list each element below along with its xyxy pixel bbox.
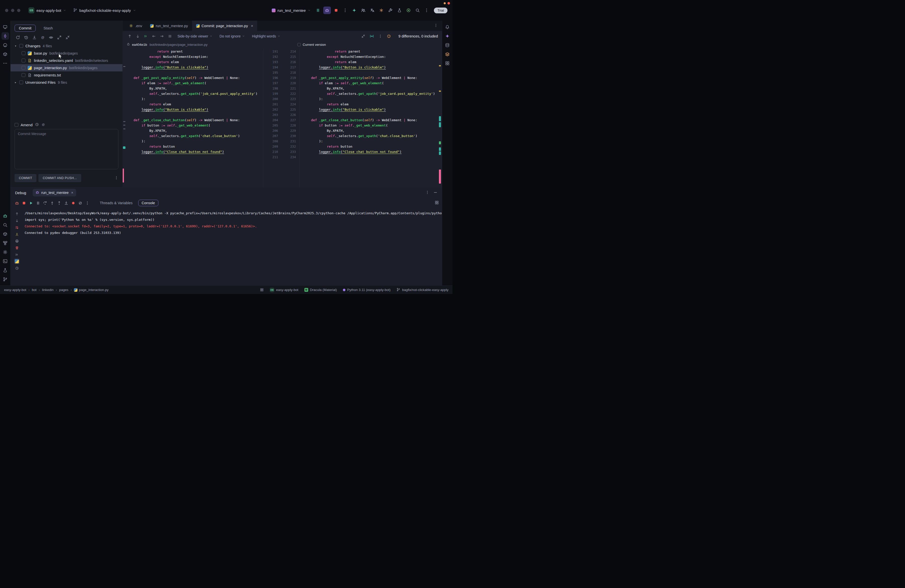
profiler-icon[interactable] [405,6,412,14]
status-project[interactable]: EB easy-apply-bot [270,288,298,292]
commit-and-push-button[interactable]: COMMIT AND PUSH... [38,174,81,182]
commit-history-icon[interactable] [35,122,39,127]
file-row-base-py[interactable]: base.py bot/linkedin/pages [11,49,122,57]
current-version-checkbox[interactable] [297,43,301,46]
file-checkbox[interactable] [22,59,25,62]
scrollbar-change-marker[interactable] [439,91,441,92]
commit-icon[interactable] [2,32,9,40]
pause-icon[interactable] [35,200,41,206]
ai-assistant-icon[interactable] [351,6,358,14]
tab-stash[interactable]: Stash [39,25,57,32]
services-tool-icon[interactable] [444,50,451,58]
debug-button[interactable] [323,6,331,14]
tab-commit-page-interaction[interactable]: Commit: page_interaction.py × [192,21,257,31]
previous-difference-icon[interactable] [151,33,157,39]
clear-all-icon[interactable] [14,245,20,251]
expand-all-icon[interactable] [57,35,62,40]
step-over-icon[interactable] [42,200,48,206]
file-row-requirements-txt[interactable]: requirements.txt [11,72,122,79]
commit-button[interactable]: COMMIT [14,174,37,182]
diff-settings-icon[interactable] [377,33,383,39]
print-icon[interactable] [14,238,20,244]
apply-non-conflicting-icon[interactable] [143,33,149,39]
find-icon[interactable] [2,221,9,229]
viewer-mode-dropdown[interactable]: Side-by-side viewer [178,34,213,38]
scrollbar-change-marker[interactable] [439,65,441,67]
status-branch[interactable]: bagfix/not-clickable-easy-apply [397,288,448,292]
commit-options-icon[interactable] [114,176,118,181]
diff-left-editor[interactable]: return parent except NoSuchElementExcept… [123,49,264,187]
changed-files-list-icon[interactable] [167,33,173,39]
project-selector[interactable]: EB easy-apply-bot [26,6,68,15]
current-version-toggle[interactable]: Current version [297,43,326,46]
pause-program-button[interactable] [314,6,322,14]
tab-commit[interactable]: Commit [14,25,36,32]
run-to-cursor-icon[interactable] [63,200,69,206]
mute-breakpoints-icon[interactable] [77,200,83,206]
soft-wrap-icon[interactable] [14,224,20,230]
rollback-icon[interactable] [24,35,29,40]
breadcrumb-item[interactable]: pages [59,288,68,292]
previous-change-icon[interactable] [127,33,133,39]
scrollbar-change-marker[interactable] [439,116,441,121]
zoom-window-button[interactable] [17,9,21,12]
python-console-icon[interactable] [14,259,20,264]
collapse-all-icon[interactable] [65,35,70,40]
project-icon[interactable] [2,23,9,31]
tab-list-icon[interactable] [434,23,442,28]
file-row-page-interaction-py[interactable]: page_interaction.py bot/linkedin/pages [11,64,122,72]
view-breakpoints-icon[interactable] [70,200,76,206]
python-packages-icon[interactable] [2,230,9,238]
ai-assistant-chat-icon[interactable] [444,32,451,40]
next-difference-icon[interactable] [159,33,165,39]
tools-menu-icon[interactable] [387,6,394,14]
minimize-window-button[interactable] [11,9,14,12]
tab-run-test-mentee[interactable]: run_test_mentee.py [146,21,192,31]
debug-icon[interactable] [2,212,9,219]
close-tab-icon[interactable]: × [251,24,253,28]
stop-icon[interactable] [21,200,27,206]
terminal-icon[interactable] [2,257,9,265]
stop-button[interactable] [332,6,340,14]
whitespace-dropdown[interactable]: Do not ignore [219,34,245,38]
dependencies-icon[interactable] [2,50,9,58]
scroll-to-end-icon[interactable] [14,231,20,237]
more-tool-windows-icon[interactable] [2,59,9,67]
version-control-icon[interactable] [2,275,9,283]
more-actions-icon[interactable] [423,6,430,14]
file-checkbox[interactable] [22,66,25,70]
settings-icon[interactable] [2,248,9,256]
more-run-options-icon[interactable] [341,6,349,14]
translate-icon[interactable] [368,6,376,14]
collapse-unchanged-icon[interactable] [360,33,366,39]
changes-group-row[interactable]: ▾ Changes 4 files [11,42,122,49]
database-icon[interactable] [444,41,451,49]
scrollbar-change-marker[interactable] [439,141,441,145]
diff-right-editor[interactable]: return parent except NoSuchElementExcept… [300,49,438,187]
step-out-icon[interactable] [56,200,62,206]
unversioned-group-row[interactable]: ▸ Unversioned Files 9 files [11,79,122,86]
debug-session-tab[interactable]: run_test_mentee × [33,189,76,196]
debug-console-output[interactable]: /Users/miroslavpeskov/Desktop/EasyWork/e… [23,208,442,286]
scrollbar-change-marker[interactable] [439,151,441,155]
scrollbar-change-marker[interactable] [439,122,441,127]
commit-message-input[interactable] [14,129,118,169]
history-icon[interactable] [14,265,20,271]
commit-author-icon[interactable]: @ [41,122,45,127]
diff-file-path[interactable]: bot/linkedin/pages/page_interaction.py [149,43,207,46]
breadcrumb-item[interactable]: bot [32,288,37,292]
hide-panel-icon[interactable] [433,191,437,195]
structure-icon[interactable] [2,239,9,247]
refresh-icon[interactable] [16,35,20,40]
breadcrumb-item[interactable]: page_interaction.py [74,288,109,292]
services-icon[interactable] [378,6,385,14]
window-controls[interactable] [5,9,21,12]
status-interpreter[interactable]: Python 3.11 (easy-apply-bot) [343,288,391,292]
scroll-up-icon[interactable] [14,211,20,216]
file-checkbox[interactable] [22,73,25,77]
next-change-icon[interactable] [135,33,141,39]
rerun-debug-icon[interactable] [14,200,20,206]
code-with-me-icon[interactable] [359,6,367,14]
tab-console[interactable]: Console [138,200,158,206]
github-icon[interactable] [2,41,9,49]
